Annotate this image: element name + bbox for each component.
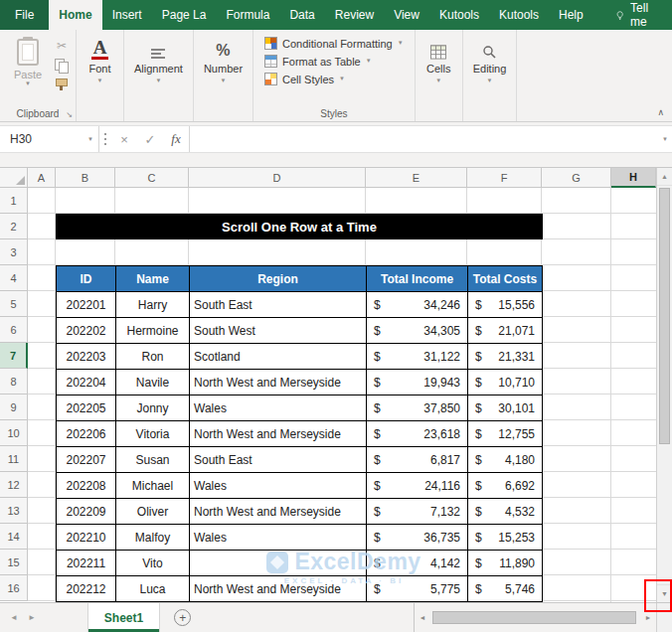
ribbon-tab-insert[interactable]: Insert	[102, 0, 152, 30]
sheet-tab-sheet1[interactable]: Sheet1	[87, 603, 160, 632]
row-header-5[interactable]: 5	[0, 291, 28, 317]
cell-name[interactable]: Navile	[116, 370, 190, 395]
share-button[interactable]: Share	[664, 0, 672, 30]
cell-total-income[interactable]: $4,142	[367, 551, 468, 576]
ribbon-tab-kutools[interactable]: Kutools	[429, 0, 489, 30]
format-painter-icon[interactable]	[54, 78, 70, 92]
enter-icon[interactable]: ✓	[137, 126, 163, 152]
format-as-table-button[interactable]: Format as Table ▼	[261, 53, 407, 70]
cell-id[interactable]: 202208	[57, 473, 116, 499]
name-box-dropdown-icon[interactable]: ▼	[83, 136, 98, 142]
cell-total-income[interactable]: $5,775	[367, 576, 468, 602]
row-header-10[interactable]: 10	[0, 420, 28, 446]
scroll-left-arrow[interactable]: ◄	[415, 603, 430, 632]
cell-id[interactable]: 202207	[57, 447, 116, 473]
cell-region[interactable]	[190, 551, 367, 576]
cell-total-costs[interactable]: $10,710	[468, 370, 543, 395]
cell-total-income[interactable]: $37,850	[367, 395, 468, 421]
cell-total-costs[interactable]: $6,692	[468, 473, 543, 499]
cell-id[interactable]: 202202	[57, 318, 116, 344]
column-header-d[interactable]: D	[189, 168, 366, 188]
row-header-12[interactable]: 12	[0, 472, 28, 498]
cell-name[interactable]: Malfoy	[116, 525, 190, 551]
cell-total-income[interactable]: $24,116	[367, 473, 468, 499]
cell-total-costs[interactable]: $12,755	[468, 421, 543, 447]
ribbon-tab-formula[interactable]: Formula	[216, 0, 279, 30]
select-all-button[interactable]	[0, 168, 28, 188]
cells-group-button[interactable]: Cells ▼	[416, 30, 463, 121]
ribbon-tab-view[interactable]: View	[384, 0, 429, 30]
row-header-15[interactable]: 15	[0, 550, 28, 575]
cell-region[interactable]: North West and Merseyside	[190, 370, 367, 395]
row-header-16[interactable]: 16	[0, 575, 28, 601]
cell-region[interactable]: Wales	[190, 395, 367, 421]
row-header-3[interactable]: 3	[0, 239, 28, 265]
cell-total-costs[interactable]: $5,746	[468, 576, 543, 602]
cell-total-costs[interactable]: $4,532	[468, 499, 543, 525]
horizontal-scrollbar-track[interactable]	[430, 611, 640, 624]
cell-name[interactable]: Ron	[116, 344, 190, 370]
column-header-g[interactable]: G	[542, 168, 611, 188]
row-header-7[interactable]: 7	[0, 343, 28, 369]
cell-id[interactable]: 202212	[57, 576, 116, 602]
name-box[interactable]: H30 ▼	[0, 126, 99, 152]
column-header-e[interactable]: E	[366, 168, 467, 188]
cell-total-income[interactable]: $19,943	[367, 370, 468, 395]
cell-id[interactable]: 202206	[57, 421, 116, 447]
ribbon-tab-data[interactable]: Data	[279, 0, 324, 30]
insert-function-icon[interactable]: fx	[163, 126, 189, 152]
cell-region[interactable]: Wales	[190, 473, 367, 499]
cell-name[interactable]: Vitoria	[116, 421, 190, 447]
ribbon-tab-page-la[interactable]: Page La	[152, 0, 217, 30]
row-header-2[interactable]: 2	[0, 214, 28, 239]
cell-region[interactable]: North West and Merseyside	[190, 499, 367, 525]
formula-bar-handle[interactable]	[99, 126, 111, 152]
table-header-region[interactable]: Region	[190, 266, 367, 292]
copy-icon[interactable]	[54, 58, 70, 73]
cell-name[interactable]: Jonny	[116, 395, 190, 421]
cell-total-income[interactable]: $34,246	[367, 292, 468, 318]
cell-total-costs[interactable]: $4,180	[468, 447, 543, 473]
cell-region[interactable]: North West and Merseyside	[190, 421, 367, 447]
ribbon-tab-kutools[interactable]: Kutools	[489, 0, 549, 30]
row-header-6[interactable]: 6	[0, 317, 28, 343]
cell-id[interactable]: 202210	[57, 525, 116, 551]
cell-total-income[interactable]: $36,735	[367, 525, 468, 551]
row-header-9[interactable]: 9	[0, 395, 28, 420]
vertical-scrollbar-thumb[interactable]	[659, 188, 670, 444]
row-header-1[interactable]: 1	[0, 188, 28, 214]
cell-region[interactable]: South East	[190, 447, 367, 473]
scroll-up-arrow[interactable]: ▲	[657, 168, 672, 186]
clipboard-dialog-launcher-icon[interactable]	[66, 110, 73, 119]
cell-id[interactable]: 202201	[57, 292, 116, 318]
row-header-4[interactable]: 4	[0, 265, 28, 291]
cell-id[interactable]: 202203	[57, 344, 116, 370]
alignment-group-button[interactable]: Alignment ▼	[124, 30, 194, 121]
cell-total-costs[interactable]: $21,331	[468, 344, 543, 370]
cell-region[interactable]: Wales	[190, 525, 367, 551]
cell-region[interactable]: North West and Merseyside	[190, 576, 367, 602]
add-sheet-button[interactable]: +	[174, 609, 191, 626]
cell-total-income[interactable]: $31,122	[367, 344, 468, 370]
ribbon-tab-review[interactable]: Review	[325, 0, 384, 30]
row-header-14[interactable]: 14	[0, 524, 28, 550]
editing-group-button[interactable]: Editing ▼	[463, 30, 518, 121]
cell-total-costs[interactable]: $30,101	[468, 395, 543, 421]
table-header-name[interactable]: Name	[116, 266, 190, 292]
column-header-c[interactable]: C	[115, 168, 189, 188]
collapse-ribbon-icon[interactable]	[657, 107, 664, 117]
cell-total-income[interactable]: $23,618	[367, 421, 468, 447]
vertical-scrollbar[interactable]: ▲ ▼	[656, 168, 672, 602]
ribbon-tab-help[interactable]: Help	[549, 0, 593, 30]
number-group-button[interactable]: Number ▼	[194, 30, 253, 121]
horizontal-scrollbar-thumb[interactable]	[432, 611, 636, 624]
sheet-nav-left-icon[interactable]: ◄	[10, 613, 18, 622]
cell-name[interactable]: Vito	[116, 551, 190, 576]
cell-total-costs[interactable]: $15,253	[468, 525, 543, 551]
horizontal-scrollbar[interactable]: ◄ ►	[414, 603, 672, 632]
cell-styles-button[interactable]: Cell Styles ▼	[261, 71, 407, 87]
table-header-total-income[interactable]: Total Income	[367, 266, 468, 292]
tell-me-button[interactable]: Tell me	[605, 0, 664, 30]
sheet-nav-right-icon[interactable]: ►	[28, 613, 36, 622]
cell-name[interactable]: Susan	[116, 447, 190, 473]
